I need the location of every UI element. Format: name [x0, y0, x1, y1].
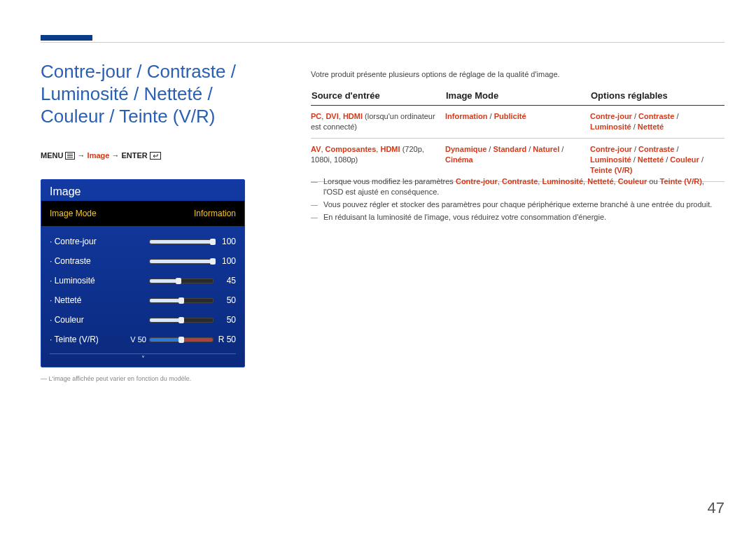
osd-panel: Image Image Mode Information Contre-jour…	[41, 179, 245, 367]
table-header-options: Options réglables	[590, 90, 724, 106]
osd-footnote: ― L'image affichée peut varier en foncti…	[41, 375, 191, 382]
note-item: Vous pouvez régler et stocker des paramè…	[311, 199, 724, 210]
slider-thumb[interactable]	[210, 239, 216, 245]
slider-thumb[interactable]	[210, 258, 216, 265]
osd-slider-value: 50	[216, 315, 236, 325]
osd-slider-row[interactable]: Couleur50	[50, 310, 236, 330]
osd-slider-label: Contre-jour	[50, 237, 120, 246]
osd-slider-label: Couleur	[50, 315, 120, 325]
osd-tint-row[interactable]: Teinte (V/R)V 50R 50	[50, 330, 236, 349]
osd-slider-label: Luminosité	[50, 276, 120, 286]
intro-text: Votre produit présente plusieurs options…	[311, 70, 724, 78]
osd-selected-right: Information	[194, 209, 236, 218]
menu-path-menu: MENU	[41, 151, 63, 160]
header-accent-bar	[41, 35, 92, 41]
osd-title: Image	[41, 180, 244, 201]
slider-track[interactable]	[149, 298, 214, 303]
slider-track[interactable]	[149, 279, 214, 283]
osd-slider-value: 45	[216, 276, 236, 286]
osd-selected-left: Image Mode	[50, 209, 97, 218]
note-list: Lorsque vous modifiez les paramètres Con…	[311, 176, 724, 225]
slider-thumb[interactable]	[178, 297, 184, 304]
menu-path: MENU → Image → ENTER	[41, 151, 161, 161]
page-title: Contre-jour / Contraste / Luminosité / N…	[41, 60, 275, 127]
slider-track[interactable]	[149, 259, 214, 264]
slider-track[interactable]	[149, 318, 214, 323]
osd-slider-value: 50	[216, 295, 236, 305]
osd-slider-value: 100	[216, 237, 236, 246]
menu-path-arrow-2: →	[111, 151, 119, 160]
enter-icon	[150, 152, 161, 161]
osd-slider-row[interactable]: Netteté50	[50, 290, 236, 310]
table-header-imagemode: Image Mode	[445, 90, 590, 106]
menu-icon	[65, 152, 75, 161]
osd-slider-label: Contraste	[50, 256, 120, 266]
note-item: Lorsque vous modifiez les paramètres Con…	[311, 176, 724, 197]
note-item: En réduisant la luminosité de l'image, v…	[311, 212, 724, 223]
slider-thumb[interactable]	[178, 337, 184, 343]
chevron-down-icon[interactable]: ˅	[50, 354, 236, 364]
slider-track[interactable]	[149, 239, 214, 244]
osd-slider-label: Netteté	[50, 295, 120, 305]
osd-body: Contre-jour100Contraste100Luminosité45Ne…	[41, 226, 244, 371]
menu-path-image: Image	[88, 151, 110, 160]
options-table: Source d'entrée Image Mode Options régla…	[311, 90, 724, 182]
menu-path-enter: ENTER	[122, 151, 148, 160]
osd-slider-row[interactable]: Luminosité45	[50, 271, 236, 290]
osd-selected-row[interactable]: Image Mode Information	[41, 201, 244, 226]
table-row: AV, Composantes, HDMI (720p, 1080i, 1080…	[311, 139, 724, 182]
osd-slider-value: 100	[216, 256, 236, 266]
osd-slider-row[interactable]: Contraste100	[50, 251, 236, 271]
slider-thumb[interactable]	[178, 317, 184, 323]
menu-path-arrow-1: →	[78, 151, 85, 160]
page-number: 47	[708, 499, 724, 517]
osd-tint-v: V 50	[127, 335, 146, 344]
slider-thumb[interactable]	[176, 278, 181, 284]
osd-tint-label: Teinte (V/R)	[50, 335, 120, 344]
header-divider	[41, 42, 724, 43]
table-row: PC, DVI, HDMI (lorsqu'un ordinateur est …	[311, 106, 724, 139]
tint-track[interactable]	[149, 337, 214, 342]
osd-slider-row[interactable]: Contre-jour100	[50, 232, 236, 251]
table-header-source: Source d'entrée	[311, 90, 445, 106]
osd-tint-r: R 50	[216, 335, 236, 344]
